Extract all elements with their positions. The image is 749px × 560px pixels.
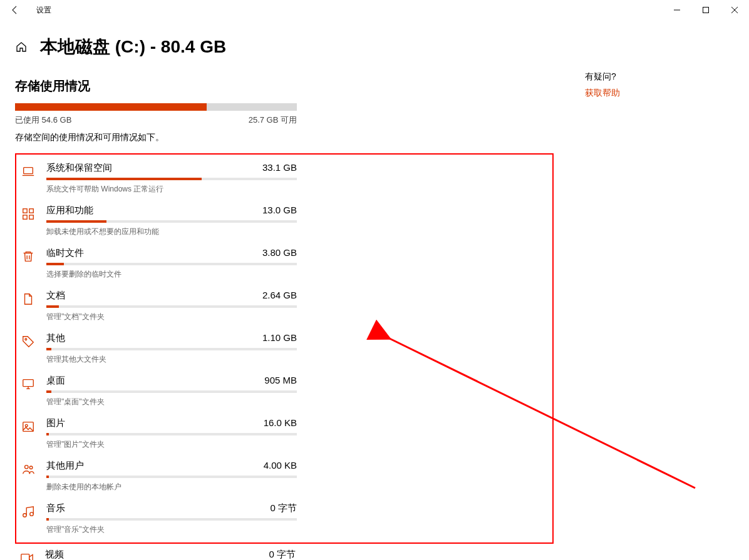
home-button[interactable] [15,41,28,53]
storage-description: 存储空间的使用情况和可用情况如下。 [15,132,554,143]
back-button[interactable] [0,0,30,20]
category-sub: 管理"文档"文件夹 [46,312,297,322]
category-sub: 选择要删除的临时文件 [46,269,297,280]
arrow-left-icon [10,5,20,15]
storage-section-title: 存储使用情况 [15,78,554,94]
minimize-icon [674,7,680,13]
category-row[interactable]: 系统和保留空间33.1 GB系统文件可帮助 Windows 正常运行 [16,157,552,200]
category-bar-fill [46,220,106,223]
category-row[interactable]: 临时文件3.80 GB选择要删除的临时文件 [16,242,552,285]
music-icon [20,504,36,520]
users-icon [20,461,36,477]
help-sidebar: 有疑问? 获取帮助 [554,65,620,560]
category-bar-fill [46,476,49,478]
category-bar-fill [46,348,51,350]
category-size: 0 字节 [270,502,297,514]
svg-rect-22 [21,554,29,560]
svg-rect-1 [703,8,709,13]
category-sub: 管理"桌面"文件夹 [46,397,297,407]
category-size: 13.0 GB [262,205,297,216]
svg-rect-6 [23,209,27,213]
category-bar [46,518,297,521]
category-bar [46,178,297,180]
category-size: 0 字节 [269,549,296,560]
category-bar-fill [46,305,59,308]
minimize-button[interactable] [663,0,691,20]
category-name: 桌面 [46,375,65,387]
titlebar: 设置 [0,0,749,20]
page-title: 本地磁盘 (C:) - 80.4 GB [40,35,226,59]
category-size: 2.64 GB [262,290,297,302]
apps-icon [20,206,36,222]
maximize-icon [703,7,709,13]
tag-icon [20,333,36,350]
help-question: 有疑问? [585,71,620,83]
svg-point-21 [30,512,34,516]
category-size: 16.0 KB [264,417,297,429]
category-row[interactable]: 音乐0 字节管理"音乐"文件夹 [16,497,552,540]
maximize-button[interactable] [691,0,720,20]
category-row[interactable]: 图片16.0 KB管理"图片"文件夹 [16,412,552,455]
page-header: 本地磁盘 (C:) - 80.4 GB [0,20,749,65]
storage-usage-fill [15,103,207,111]
svg-rect-4 [24,168,33,174]
category-sub: 管理"音乐"文件夹 [46,524,297,535]
svg-point-18 [25,466,29,469]
category-name: 系统和保留空间 [46,162,112,174]
get-help-link[interactable]: 获取帮助 [585,88,620,99]
category-name: 其他 [46,332,65,344]
category-name: 视频 [45,549,64,560]
category-bar-fill [46,518,49,521]
category-row[interactable]: 桌面905 MB管理"桌面"文件夹 [16,370,552,412]
category-bar-fill [46,263,64,265]
category-name: 音乐 [46,502,65,514]
category-size: 33.1 GB [262,162,297,174]
category-bar [46,348,297,350]
category-row[interactable]: 应用和功能13.0 GB卸载未使用或不想要的应用和功能 [16,200,552,242]
category-size: 4.00 KB [264,460,297,472]
category-sub: 系统文件可帮助 Windows 正常运行 [46,184,297,195]
picture-icon [20,419,36,435]
svg-rect-8 [23,215,27,219]
category-bar [46,390,297,393]
category-bar [46,220,297,223]
category-bar [46,476,297,478]
used-space-label: 已使用 54.6 GB [15,115,71,126]
main-content: 存储使用情况 已使用 54.6 GB 25.7 GB 可用 存储空间的使用情况和… [15,65,554,560]
laptop-icon [20,163,36,180]
category-row[interactable]: 视频 0 字节 [15,544,554,560]
category-row[interactable]: 其他用户4.00 KB删除未使用的本地帐户 [16,455,552,497]
category-bar [46,263,297,265]
category-row[interactable]: 其他1.10 GB管理其他大文件夹 [16,327,552,370]
category-bar-fill [46,433,49,435]
home-icon [16,41,27,53]
svg-point-19 [29,466,33,469]
category-name: 其他用户 [46,460,84,472]
category-bar [46,433,297,435]
close-button[interactable] [720,0,749,20]
category-name: 图片 [46,417,65,429]
svg-rect-9 [29,215,33,219]
category-sub: 删除未使用的本地帐户 [46,482,297,492]
app-title: 设置 [36,5,51,16]
svg-point-12 [25,339,27,340]
video-icon [19,550,35,560]
category-sub: 管理"图片"文件夹 [46,439,297,450]
desktop-icon [20,376,36,392]
category-bar-fill [46,390,51,393]
category-row[interactable]: 文档2.64 GB管理"文档"文件夹 [16,285,552,327]
category-sub: 管理其他大文件夹 [46,354,297,365]
category-list-highlight: 系统和保留空间33.1 GB系统文件可帮助 Windows 正常运行应用和功能1… [15,153,554,544]
category-sub: 卸载未使用或不想要的应用和功能 [46,227,297,237]
category-name: 应用和功能 [46,205,93,216]
category-bar-fill [46,178,202,180]
category-bar [46,305,297,308]
storage-usage-bar [15,103,297,111]
svg-point-20 [23,514,27,517]
svg-point-17 [25,424,28,427]
trash-icon [20,248,36,265]
category-size: 905 MB [264,375,297,387]
category-name: 文档 [46,290,65,302]
window-controls [663,0,749,20]
close-icon [731,7,738,13]
